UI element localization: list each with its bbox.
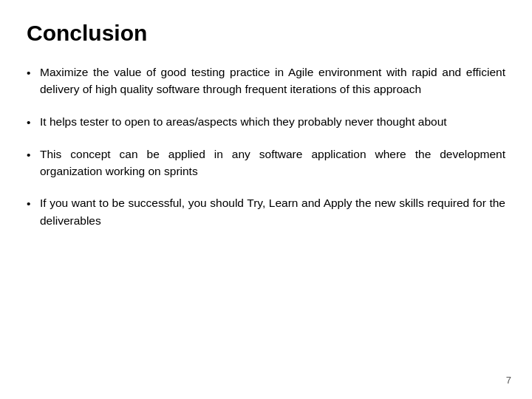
bullet-item-3: • This concept can be applied in any sof… bbox=[27, 146, 505, 180]
bullet-item-2: • It helps tester to open to areas/aspec… bbox=[27, 113, 505, 131]
bullet-text-3: This concept can be applied in any softw… bbox=[40, 146, 505, 180]
bullet-dot-4: • bbox=[27, 195, 40, 212]
page-number: 7 bbox=[506, 375, 511, 386]
bullet-list: • Maximize the value of good testing pra… bbox=[27, 64, 505, 229]
bullet-text-1: Maximize the value of good testing pract… bbox=[40, 64, 505, 98]
bullet-text-4: If you want to be successful, you should… bbox=[40, 194, 505, 229]
slide-title: Conclusion bbox=[27, 21, 505, 46]
bullet-dot-3: • bbox=[27, 146, 40, 163]
bullet-dot-2: • bbox=[27, 114, 40, 131]
bullet-item-1: • Maximize the value of good testing pra… bbox=[27, 64, 505, 98]
bullet-dot-1: • bbox=[27, 64, 40, 81]
slide-container: Conclusion • Maximize the value of good … bbox=[0, 0, 532, 399]
bullet-item-4: • If you want to be successful, you shou… bbox=[27, 194, 505, 229]
bullet-text-2: It helps tester to open to areas/aspects… bbox=[40, 113, 447, 130]
